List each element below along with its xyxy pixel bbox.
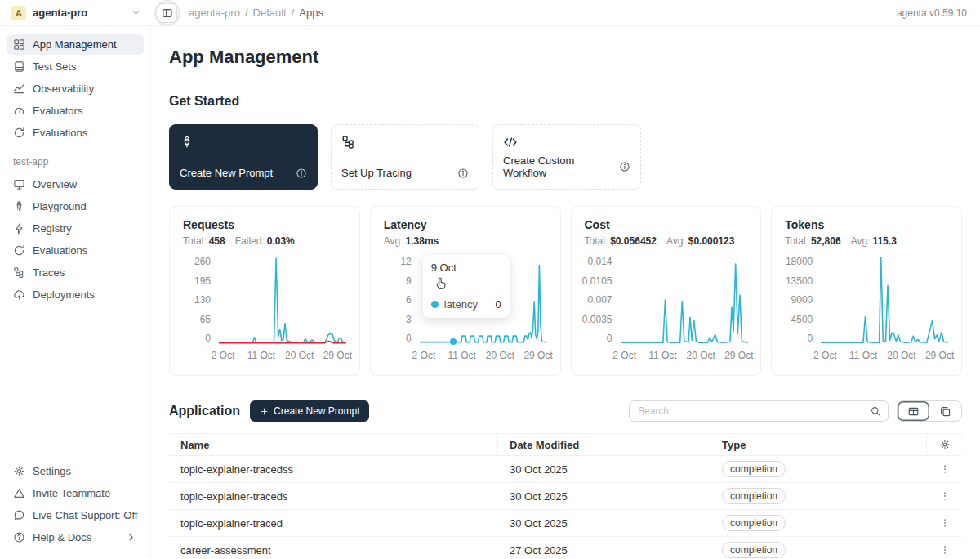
tooltip-series-row: latency0 bbox=[431, 298, 501, 311]
table-view-button[interactable] bbox=[898, 401, 929, 421]
get-started-card-create-new-prompt[interactable]: Create New Prompt bbox=[169, 124, 318, 190]
kebab-menu-button[interactable] bbox=[939, 544, 951, 556]
table-row[interactable]: topic-explainer-traceds30 Oct 2025comple… bbox=[169, 483, 962, 510]
search-icon[interactable] bbox=[870, 405, 881, 417]
applications-table: Name Date Modified Type topic-explainer-… bbox=[169, 433, 962, 559]
x-tick-label: 11 Oct bbox=[849, 350, 877, 361]
grid-icon bbox=[13, 38, 25, 51]
get-started-card-set-up-tracing[interactable]: Set Up Tracing bbox=[331, 124, 479, 190]
chart-plot[interactable] bbox=[821, 257, 948, 343]
rocket-icon bbox=[180, 135, 194, 150]
sidebar-item-app-management[interactable]: App Management bbox=[7, 34, 144, 55]
sidebar-collapse-ring bbox=[154, 0, 180, 26]
application-heading: Application bbox=[169, 404, 240, 418]
series-dot bbox=[431, 301, 439, 308]
kebab-menu-button[interactable] bbox=[939, 490, 951, 502]
sidebar-item-evaluations[interactable]: Evaluations bbox=[7, 123, 144, 143]
x-tick-label: 20 Oct bbox=[285, 350, 314, 361]
kebab-menu-button[interactable] bbox=[939, 517, 951, 529]
invite-icon bbox=[13, 487, 25, 499]
sidebar-item-settings[interactable]: Settings bbox=[7, 461, 144, 481]
sidebar-item-live-chat-support-off[interactable]: Live Chat Support: Off bbox=[7, 505, 144, 525]
column-header-date-modified[interactable]: Date Modified bbox=[498, 434, 710, 455]
metric-stat-label: Total: bbox=[183, 235, 207, 247]
sidebar-item-label: Evaluations bbox=[33, 244, 87, 257]
type-badge: completion bbox=[722, 488, 786, 504]
get-started-card-create-custom-workflow[interactable]: Create Custom Workflow bbox=[492, 124, 641, 190]
table-row[interactable]: topic-explainer-traced30 Oct 2025complet… bbox=[169, 510, 962, 537]
sidebar-item-label: Overview bbox=[33, 178, 77, 190]
y-tick-label: 6 bbox=[406, 295, 412, 305]
type-badge: completion bbox=[722, 461, 786, 477]
search-input[interactable] bbox=[636, 405, 870, 418]
x-axis: 2 Oct11 Oct20 Oct29 Oct bbox=[420, 350, 547, 363]
bolt-icon bbox=[13, 222, 25, 235]
get-started-cards: Create New PromptSet Up TracingCreate Cu… bbox=[169, 124, 962, 190]
sidebar-item-help-docs[interactable]: Help & Docs bbox=[7, 527, 144, 548]
get-started-card-label: Create Custom Workflow bbox=[503, 154, 619, 179]
x-tick-label: 20 Oct bbox=[887, 350, 915, 361]
breadcrumb-item-apps[interactable]: Apps bbox=[299, 7, 323, 19]
card-view-button[interactable] bbox=[929, 401, 961, 421]
breadcrumb-item-default[interactable]: Default bbox=[253, 7, 287, 19]
y-axis: 0.0140.01050.0070.00350 bbox=[585, 257, 621, 343]
chart-body: 0.0140.01050.0070.00350 bbox=[585, 257, 748, 343]
sidebar-item-overview[interactable]: Overview bbox=[7, 174, 144, 195]
sidebar-item-playground[interactable]: Playground bbox=[7, 196, 144, 217]
kebab-menu-button[interactable] bbox=[939, 463, 951, 475]
tree-icon bbox=[341, 135, 356, 150]
table-row[interactable]: topic-explainer-tracedss30 Oct 2025compl… bbox=[169, 456, 962, 483]
y-axis: 129630 bbox=[384, 257, 420, 343]
sidebar-item-label: Evaluators bbox=[33, 105, 82, 117]
sidebar-collapse-button[interactable] bbox=[158, 3, 177, 23]
sidebar-item-label: Invite Teammate bbox=[33, 487, 110, 499]
chart-tooltip: 9 Octlatency0 bbox=[423, 255, 510, 318]
sidebar-item-deployments[interactable]: Deployments bbox=[7, 284, 144, 305]
metric-card-tokens: TokensTotal:52,806Avg:115.31800013500900… bbox=[771, 206, 962, 376]
sidebar-item-observability[interactable]: Observability bbox=[7, 78, 144, 99]
x-tick-label: 29 Oct bbox=[523, 350, 552, 361]
x-tick-label: 29 Oct bbox=[323, 350, 352, 361]
chart-marker-dot bbox=[450, 338, 457, 345]
table-row[interactable]: career-assessment27 Oct 2025completion bbox=[169, 537, 962, 559]
type-cell: completion bbox=[710, 515, 927, 531]
sidebar-footer-nav: SettingsInvite TeammateLive Chat Support… bbox=[7, 461, 144, 549]
type-cell: completion bbox=[710, 488, 927, 504]
sidebar-item-evaluators[interactable]: Evaluators bbox=[7, 101, 144, 121]
app-name-cell: career-assessment bbox=[169, 544, 498, 557]
get-started-card-footer: Set Up Tracing bbox=[341, 167, 469, 179]
metric-stat: Total:52,806 bbox=[785, 235, 840, 247]
workspace-name: agenta-pro bbox=[33, 7, 124, 19]
date-modified-cell: 30 Oct 2025 bbox=[498, 517, 710, 530]
y-tick-label: 0 bbox=[406, 333, 412, 343]
chart-plot[interactable] bbox=[621, 257, 748, 343]
metric-card-requests: RequestsTotal:458Failed:0.03%26019513065… bbox=[169, 206, 360, 376]
x-tick-label: 20 Oct bbox=[486, 350, 514, 361]
chart-plot[interactable]: 9 Octlatency0 bbox=[420, 257, 547, 343]
get-started-card-label: Create New Prompt bbox=[180, 167, 273, 179]
breadcrumb-item-agenta-pro[interactable]: agenta-pro bbox=[189, 7, 240, 19]
metric-card-title: Tokens bbox=[785, 218, 948, 231]
create-new-prompt-button[interactable]: Create New Prompt bbox=[250, 400, 369, 422]
tooltip-date: 9 Oct bbox=[431, 262, 501, 274]
evaluators-icon bbox=[13, 105, 25, 117]
sidebar-item-invite-teammate[interactable]: Invite Teammate bbox=[7, 483, 144, 503]
gear-icon bbox=[13, 465, 25, 477]
sidebar-item-traces[interactable]: Traces bbox=[7, 262, 144, 283]
sidebar-item-test-sets[interactable]: Test Sets bbox=[7, 56, 144, 77]
topbar: A agenta-pro agenta-pro/Default/Apps age… bbox=[0, 0, 980, 26]
chart-body: 1296309 Octlatency0 bbox=[384, 257, 547, 343]
column-header-type[interactable]: Type bbox=[710, 434, 927, 455]
sidebar-item-registry[interactable]: Registry bbox=[7, 218, 144, 239]
type-cell: completion bbox=[710, 461, 927, 477]
sidebar-item-evaluations[interactable]: Evaluations bbox=[7, 240, 144, 261]
column-header-name[interactable]: Name bbox=[169, 434, 498, 455]
metric-stat-label: Failed: bbox=[235, 235, 265, 247]
y-tick-label: 13500 bbox=[786, 276, 813, 286]
metric-card-stats: Total:52,806Avg:115.3 bbox=[785, 235, 948, 247]
chart-plot[interactable] bbox=[219, 257, 346, 343]
column-settings-button[interactable] bbox=[927, 434, 962, 455]
workspace-selector[interactable]: A agenta-pro bbox=[0, 6, 151, 20]
breadcrumb-separator: / bbox=[245, 7, 248, 19]
page-title: App Management bbox=[169, 46, 962, 69]
